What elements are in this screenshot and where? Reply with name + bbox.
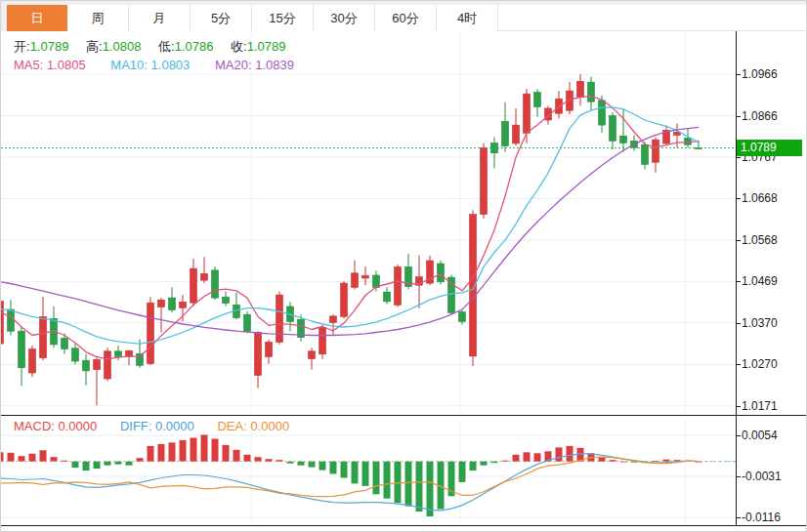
ohlc-legend: 开:1.0789 高:1.0808 低:1.0786 收:1.0789 bbox=[14, 38, 299, 56]
macd-axis-label-tickmark bbox=[736, 517, 741, 518]
price-axis-label-tickmark bbox=[736, 116, 741, 117]
macd-axis-label: 0.0054 bbox=[742, 429, 778, 442]
tab-5min[interactable]: 5分 bbox=[191, 5, 252, 31]
close-label: 收: bbox=[231, 39, 247, 54]
ma10-legend: MA10: 1.0803 bbox=[110, 58, 190, 72]
diff-value-legend: DIFF: 0.0000 bbox=[120, 419, 194, 433]
price-axis-label: 1.0469 bbox=[742, 274, 778, 288]
current-price-badge: 1.0789 bbox=[737, 140, 802, 156]
ma5-legend: MA5: 1.0805 bbox=[14, 58, 86, 72]
macd-legend: MACD: 0.0000 DIFF: 0.0000 DEA: 0.0000 bbox=[14, 419, 289, 433]
high-label: 高: bbox=[86, 39, 103, 54]
open-label: 开: bbox=[14, 39, 30, 54]
tab-15min[interactable]: 15分 bbox=[252, 5, 314, 31]
tab-4hour[interactable]: 4时 bbox=[437, 5, 498, 31]
price-axis-label-tickmark bbox=[736, 364, 741, 365]
price-chart[interactable] bbox=[1, 31, 736, 415]
low-value: 1.0786 bbox=[175, 39, 214, 54]
tab-60min[interactable]: 60分 bbox=[375, 5, 437, 31]
high-value: 1.0808 bbox=[103, 39, 142, 54]
price-axis-label-tickmark bbox=[736, 198, 741, 199]
macd-value-legend: MACD: 0.0000 bbox=[14, 419, 97, 433]
tab-daily[interactable]: 日 bbox=[6, 5, 67, 31]
price-pane-bottom-axis bbox=[1, 415, 806, 416]
macd-axis-label-tickmark bbox=[736, 435, 741, 436]
tab-monthly[interactable]: 月 bbox=[129, 5, 191, 31]
price-axis-line bbox=[736, 31, 737, 525]
low-label: 低: bbox=[158, 39, 175, 54]
tab-30min[interactable]: 30分 bbox=[314, 5, 375, 31]
price-axis-label: 1.0966 bbox=[742, 67, 778, 81]
tabbar-left-strip bbox=[1, 1, 5, 31]
ma-legend: MA5: 1.0805 MA10: 1.0803 MA20: 1.0839 bbox=[14, 58, 294, 72]
macd-pane-bottom-axis bbox=[1, 525, 806, 526]
macd-chart[interactable] bbox=[1, 422, 736, 525]
price-axis-label: 1.0866 bbox=[742, 109, 778, 123]
price-axis-label: 1.0171 bbox=[742, 399, 778, 413]
price-axis-label-tickmark bbox=[736, 240, 741, 241]
ma20-legend: MA20: 1.0839 bbox=[215, 58, 294, 72]
price-axis-label: 1.0270 bbox=[742, 357, 778, 371]
price-axis-label-tickmark bbox=[736, 74, 741, 75]
open-value: 1.0789 bbox=[30, 39, 69, 54]
macd-axis-label: -0.0031 bbox=[742, 470, 782, 483]
macd-axis-label-tickmark bbox=[736, 476, 741, 477]
price-axis-label-tickmark bbox=[736, 323, 741, 324]
price-axis-label: 1.0568 bbox=[742, 233, 778, 247]
period-tabbar: 日 周 月 5分 15分 30分 60分 4时 bbox=[1, 1, 806, 31]
macd-axis-label: -0.0116 bbox=[742, 511, 781, 524]
price-axis-label-tickmark bbox=[736, 406, 741, 407]
close-value: 1.0789 bbox=[247, 39, 286, 54]
price-axis-label-tickmark bbox=[736, 157, 741, 158]
price-axis-label: 1.0668 bbox=[742, 191, 778, 205]
price-axis-label: 1.0370 bbox=[742, 316, 778, 330]
dea-value-legend: DEA: 0.0000 bbox=[217, 419, 289, 433]
kline-chart-app: 日 周 月 5分 15分 30分 60分 4时 开:1.0789 高:1.080… bbox=[0, 0, 807, 532]
price-axis-label-tickmark bbox=[736, 281, 741, 282]
tab-weekly[interactable]: 周 bbox=[67, 5, 129, 31]
